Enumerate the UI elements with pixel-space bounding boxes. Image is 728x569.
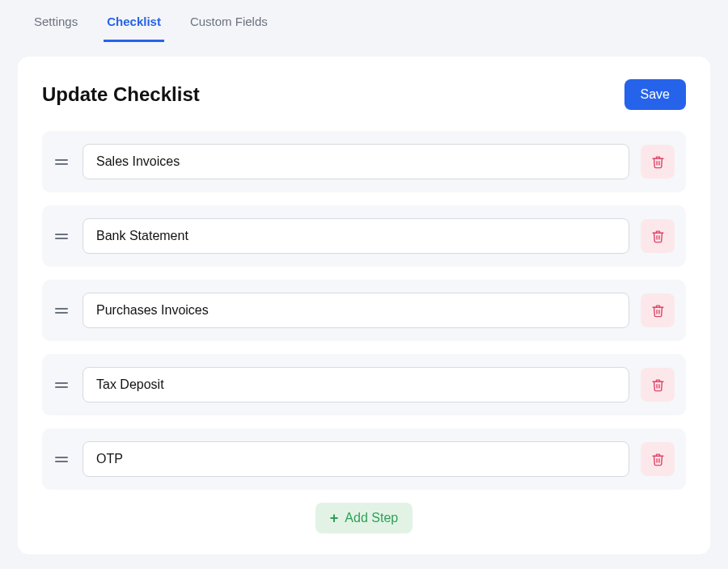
add-step-label: Add Step (345, 511, 398, 525)
trash-icon (651, 453, 665, 466)
card-header: Update Checklist Save (42, 79, 686, 110)
page-title: Update Checklist (42, 83, 200, 106)
drag-handle-icon[interactable] (53, 451, 71, 467)
checklist-step-row (42, 354, 686, 415)
trash-icon (651, 378, 665, 392)
trash-icon (651, 230, 665, 243)
tab-bar: Settings Checklist Custom Fields (0, 0, 728, 42)
delete-step-button[interactable] (641, 368, 675, 402)
step-input[interactable] (83, 218, 629, 254)
trash-icon (651, 304, 665, 318)
step-input[interactable] (83, 293, 629, 328)
drag-handle-icon[interactable] (53, 377, 71, 393)
delete-step-button[interactable] (641, 219, 675, 253)
checklist-step-row (42, 131, 686, 192)
drag-handle-icon[interactable] (53, 228, 71, 244)
step-input[interactable] (83, 367, 629, 403)
add-step-wrap: + Add Step (42, 503, 686, 533)
checklist-step-row (42, 205, 686, 267)
step-input[interactable] (83, 144, 629, 179)
checklist-card: Update Checklist Save + Add Step (18, 57, 710, 554)
tab-settings[interactable]: Settings (31, 0, 81, 42)
step-input[interactable] (83, 441, 629, 477)
tab-custom-fields[interactable]: Custom Fields (187, 0, 271, 42)
add-step-button[interactable]: + Add Step (315, 503, 413, 533)
delete-step-button[interactable] (641, 293, 675, 327)
drag-handle-icon[interactable] (53, 154, 71, 170)
delete-step-button[interactable] (641, 145, 675, 179)
checklist-step-row (42, 280, 686, 341)
save-button[interactable]: Save (624, 79, 686, 110)
tab-checklist[interactable]: Checklist (104, 0, 164, 42)
plus-icon: + (330, 511, 339, 525)
drag-handle-icon[interactable] (53, 302, 71, 318)
delete-step-button[interactable] (641, 442, 675, 476)
trash-icon (651, 155, 665, 169)
checklist-step-row (42, 428, 686, 490)
